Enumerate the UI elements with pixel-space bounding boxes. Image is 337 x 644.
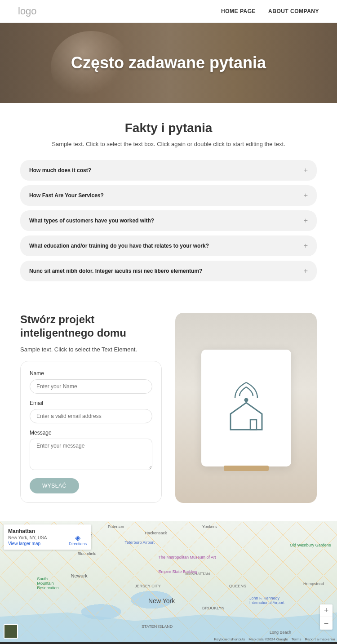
faq-subtitle: Sample text. Click to select the text bo… bbox=[20, 141, 317, 147]
faq-section: Fakty i pytania Sample text. Click to se… bbox=[0, 103, 337, 304]
contact-section: Stwórz projekt inteligentnego domu Sampl… bbox=[0, 304, 337, 521]
directions-icon: ◈ bbox=[69, 534, 87, 542]
header: logo HOME PAGE ABOUT COMPANY bbox=[0, 0, 337, 23]
plus-icon: + bbox=[304, 242, 308, 250]
keyboard-shortcuts-link[interactable]: Keyboard shortcuts bbox=[214, 637, 245, 641]
map-label: STATEN ISLAND bbox=[142, 624, 173, 629]
hero-title: Często zadawane pytania bbox=[71, 53, 266, 72]
map-label: BROOKLYN bbox=[202, 606, 224, 610]
accordion-question: How Fast Are Your Services? bbox=[29, 192, 104, 199]
accordion-question: How much does it cost? bbox=[29, 167, 91, 173]
svg-point-0 bbox=[245, 399, 248, 401]
map-label: JERSEY CITY bbox=[135, 584, 161, 588]
map-layer-thumbnail[interactable] bbox=[4, 624, 18, 639]
plus-icon: + bbox=[304, 217, 308, 225]
map-attribution: Keyboard shortcuts Map data ©2024 Google… bbox=[214, 637, 335, 641]
accordion-item[interactable]: What education and/or training do you ha… bbox=[20, 235, 317, 256]
plus-icon: + bbox=[304, 166, 308, 174]
zoom-out-button[interactable]: − bbox=[320, 617, 333, 630]
nav-about[interactable]: ABOUT COMPANY bbox=[268, 8, 319, 14]
main-nav: HOME PAGE ABOUT COMPANY bbox=[221, 8, 319, 14]
accordion-question: Nunc sit amet nibh dolor. Integer iaculi… bbox=[29, 268, 202, 274]
view-larger-map-link[interactable]: View larger map bbox=[8, 541, 47, 546]
accordion-question: What types of customers have you worked … bbox=[29, 218, 154, 224]
smart-house-icon bbox=[222, 380, 271, 436]
map-label: Paterson bbox=[108, 524, 124, 529]
map-info-card: Manhattan New York, NY, USA View larger … bbox=[4, 524, 91, 550]
map-label: Hackensack bbox=[145, 531, 167, 535]
accordion-question: What education and/or training do you ha… bbox=[29, 243, 209, 249]
tablet-illustration bbox=[201, 350, 291, 466]
map-zoom-controls: + − bbox=[320, 604, 333, 630]
terms-link[interactable]: Terms bbox=[292, 637, 302, 641]
map-label: Teterboro Airport bbox=[125, 540, 155, 545]
contact-form-column: Stwórz projekt inteligentnego domu Sampl… bbox=[20, 313, 162, 503]
email-label: Email bbox=[30, 400, 152, 406]
map-label: QUEENS bbox=[229, 584, 246, 588]
logo[interactable]: logo bbox=[18, 5, 37, 17]
contact-title: Stwórz projekt inteligentnego domu bbox=[20, 313, 162, 340]
directions-button[interactable]: ◈ Directions bbox=[69, 534, 87, 546]
plus-icon: + bbox=[304, 267, 308, 275]
map-label: Newark bbox=[71, 573, 88, 578]
contact-form: Name Email Message WYSŁAĆ bbox=[20, 361, 162, 503]
accordion-item[interactable]: Nunc sit amet nibh dolor. Integer iaculi… bbox=[20, 261, 317, 281]
message-textarea[interactable] bbox=[30, 439, 152, 470]
map-label: Old Westbury Gardens bbox=[290, 543, 331, 547]
map-label: South Mountain Reservation bbox=[37, 577, 64, 590]
map-data-text: Map data ©2024 Google bbox=[248, 637, 288, 641]
name-label: Name bbox=[30, 370, 152, 377]
accordion: How much does it cost? + How Fast Are Yo… bbox=[20, 160, 317, 281]
plus-icon: + bbox=[304, 191, 308, 200]
map-label: Hempstead bbox=[303, 582, 324, 586]
accordion-item[interactable]: What types of customers have you worked … bbox=[20, 210, 317, 231]
map[interactable]: New York BROOKLYN QUEENS MANHATTAN JERSE… bbox=[0, 521, 337, 642]
submit-button[interactable]: WYSŁAĆ bbox=[30, 478, 79, 493]
map-label: Empire State Building bbox=[159, 569, 198, 574]
report-error-link[interactable]: Report a map error bbox=[305, 637, 335, 641]
map-label-ny: New York bbox=[148, 597, 175, 604]
footer: Sample text. Click to select the Text El… bbox=[0, 642, 337, 644]
map-info-title: Manhattan bbox=[8, 528, 47, 534]
hero-banner: Często zadawane pytania bbox=[0, 23, 337, 103]
contact-image bbox=[175, 313, 317, 503]
map-label: Bloomfield bbox=[78, 551, 97, 556]
accordion-item[interactable]: How much does it cost? + bbox=[20, 160, 317, 181]
faq-title: Fakty i pytania bbox=[20, 121, 317, 135]
zoom-in-button[interactable]: + bbox=[320, 604, 333, 617]
svg-rect-1 bbox=[250, 420, 257, 430]
map-info-address: New York, NY, USA bbox=[8, 535, 47, 540]
map-label: Yonkers bbox=[202, 524, 217, 529]
name-input[interactable] bbox=[30, 379, 152, 394]
map-label: John F. Kennedy International Airport bbox=[249, 596, 285, 605]
message-label: Message bbox=[30, 430, 152, 436]
contact-subtitle: Sample text. Click to select the Text El… bbox=[20, 346, 162, 353]
map-label: Long Beach bbox=[270, 630, 291, 635]
accordion-item[interactable]: How Fast Are Your Services? + bbox=[20, 185, 317, 206]
email-input[interactable] bbox=[30, 409, 152, 423]
map-label: The Metropolitan Museum of Art bbox=[159, 555, 216, 560]
nav-home[interactable]: HOME PAGE bbox=[221, 8, 256, 14]
